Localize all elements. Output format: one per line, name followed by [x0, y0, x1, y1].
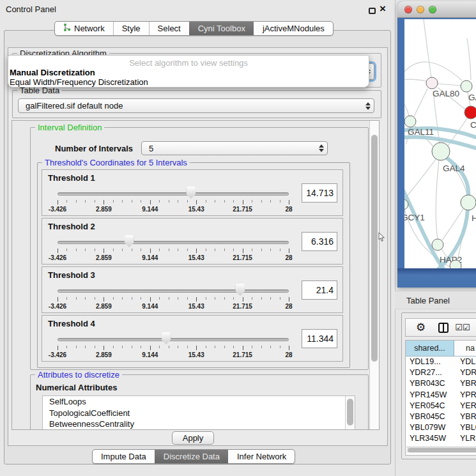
tab-impute-data[interactable]: Impute Data	[93, 450, 155, 463]
table-row[interactable]: YDR27...YDR2	[406, 367, 476, 378]
table-row[interactable]: YDL19...YDL1	[406, 357, 476, 367]
table-data-combobox[interactable]: galFiltered.sif default node	[18, 98, 374, 113]
threshold-value-field[interactable]: 21.4	[302, 280, 337, 300]
algorithm-option-equal-width-frequency-discretization[interactable]: Equal Width/Frequency Discretization	[10, 77, 148, 87]
close-icon[interactable]: ×	[380, 3, 386, 15]
cell-name[interactable]: YPR1	[454, 390, 476, 401]
cell-name[interactable]: YBL0	[454, 422, 476, 433]
tab-select[interactable]: Select	[149, 22, 189, 35]
network-node-label: GAL11	[408, 127, 434, 137]
network-edge[interactable]	[404, 79, 426, 81]
number-of-intervals-combobox[interactable]: 5	[141, 141, 328, 155]
threshold-value-field[interactable]: 11.344	[302, 329, 337, 348]
settings-scrollbar[interactable]	[369, 121, 379, 429]
table-row[interactable]: YBR045CYBR0	[406, 411, 476, 422]
cell-shared-name[interactable]: YBR043C	[406, 378, 454, 389]
network-node-gal11[interactable]	[404, 116, 416, 127]
attribute-item-betweennesscentrality[interactable]: BetweennessCentrality	[43, 418, 355, 430]
attributes-group-label: Attributes to discretize	[35, 370, 122, 380]
cell-shared-name[interactable]: YDR27...	[406, 367, 454, 378]
slider-ticks	[58, 200, 289, 205]
network-node-hap2[interactable]	[432, 239, 443, 250]
traffic-lights	[404, 6, 436, 13]
network-window-titlebar[interactable]	[397, 1, 476, 18]
threshold-slider[interactable]: -3.4262.8599.14415.4321.71528	[58, 185, 289, 215]
network-edge[interactable]	[433, 91, 440, 143]
cell-name[interactable]: YDL1	[454, 357, 476, 367]
apply-button[interactable]: Apply	[172, 431, 214, 445]
network-canvas[interactable]: GAL80GACGAL11GAL4GCY1HHAP2	[404, 19, 476, 268]
network-edge[interactable]	[404, 96, 409, 116]
network-edge[interactable]	[404, 158, 436, 200]
network-node[interactable]	[450, 260, 461, 268]
cell-shared-name[interactable]: YLR345W	[406, 433, 454, 444]
gear-icon[interactable]: ⚙	[416, 322, 426, 333]
slider-thumb[interactable]	[125, 235, 134, 247]
attributes-scrollbar[interactable]	[345, 396, 355, 430]
cell-name[interactable]: YLR3	[454, 433, 476, 444]
cell-shared-name[interactable]: YBR045C	[406, 411, 454, 422]
cell-shared-name[interactable]: YPR145W	[406, 390, 454, 401]
slider-track[interactable]	[58, 192, 289, 196]
attribute-item-selfloops[interactable]: SelfLoops	[43, 396, 355, 408]
checkbox-icon[interactable]: ☑	[455, 323, 462, 332]
attribute-item-topologicalcoefficient[interactable]: TopologicalCoefficient	[43, 408, 355, 419]
table-row[interactable]: YPR145WYPR1	[406, 390, 476, 401]
slider-thumb[interactable]	[235, 284, 245, 296]
tab-infer-network[interactable]: Infer Network	[228, 450, 295, 463]
cell-shared-name[interactable]: YDL19...	[406, 357, 454, 367]
network-node-gal4[interactable]	[432, 142, 450, 160]
column-header-name[interactable]: na	[454, 341, 476, 356]
table-row[interactable]: YER054CYER0	[406, 401, 476, 411]
table-row[interactable]: YLR345WYLR3	[406, 433, 476, 444]
cell-shared-name[interactable]: YBL079W	[406, 422, 454, 433]
close-traffic-light[interactable]	[404, 6, 412, 13]
column-header-shared-name[interactable]: shared...	[406, 341, 454, 356]
table-row[interactable]: YBL079WYBL0	[406, 422, 476, 433]
threshold-slider[interactable]: -3.4262.8599.14415.4321.71528	[58, 234, 289, 263]
network-edge[interactable]	[443, 155, 468, 197]
tab-network[interactable]: Network	[55, 22, 113, 35]
tab-cyni-toolbox[interactable]: Cyni Toolbox	[189, 22, 254, 35]
threshold-value-field[interactable]: 14.713	[302, 183, 337, 203]
slider-track[interactable]	[58, 289, 289, 293]
minimize-traffic-light[interactable]	[417, 6, 424, 13]
cell-name[interactable]: YDR2	[454, 367, 476, 378]
slider-thumb[interactable]	[186, 187, 196, 199]
network-edge[interactable]	[424, 19, 431, 77]
threshold-slider[interactable]: -3.4262.8599.14415.4321.71528	[58, 282, 289, 312]
float-window-icon[interactable]	[369, 8, 376, 14]
table-row[interactable]: YIL052CYIL0	[406, 445, 476, 447]
algorithm-option-manual-discretization[interactable]: Manual Discretization	[10, 68, 95, 77]
threshold-value-field[interactable]: 6.316	[302, 232, 337, 251]
cell-name[interactable]: YER0	[454, 401, 476, 411]
tab-jactivemnodules[interactable]: jActiveMNodules	[254, 22, 333, 35]
tab-style[interactable]: Style	[113, 22, 149, 35]
columns-icon[interactable]	[438, 323, 449, 333]
network-node-h[interactable]	[461, 195, 476, 210]
threshold-slider[interactable]: -3.4262.8599.14415.4321.71528	[58, 331, 289, 360]
network-edge[interactable]	[414, 89, 427, 116]
network-edge[interactable]	[442, 209, 463, 240]
slider-thumb[interactable]	[162, 332, 171, 344]
cell-shared-name[interactable]: YER054C	[406, 401, 454, 411]
network-edge[interactable]	[404, 180, 444, 268]
cell-name[interactable]: YIL0	[454, 445, 476, 447]
checkbox-icon[interactable]: ☑	[463, 323, 470, 332]
cell-shared-name[interactable]: YIL052C	[406, 445, 454, 447]
network-view-window[interactable]: GAL80GACGAL11GAL4GCY1HHAP2	[397, 1, 476, 288]
network-node-ga[interactable]	[461, 81, 472, 92]
zoom-traffic-light[interactable]	[429, 6, 436, 13]
network-edge[interactable]	[438, 84, 461, 86]
slider-track[interactable]	[58, 241, 289, 244]
cell-name[interactable]: YBR0	[454, 378, 476, 389]
network-edge[interactable]	[467, 38, 471, 80]
cell-name[interactable]: YBR0	[454, 411, 476, 422]
table-hscrollbar[interactable]	[406, 447, 476, 453]
network-edge[interactable]	[436, 160, 439, 239]
network-node-gal80[interactable]	[426, 77, 438, 89]
network-node-c[interactable]	[464, 106, 476, 119]
table-row[interactable]: YBR043CYBR0	[406, 378, 476, 389]
tab-discretize-data[interactable]: Discretize Data	[155, 450, 228, 463]
slider-track[interactable]	[58, 338, 289, 341]
